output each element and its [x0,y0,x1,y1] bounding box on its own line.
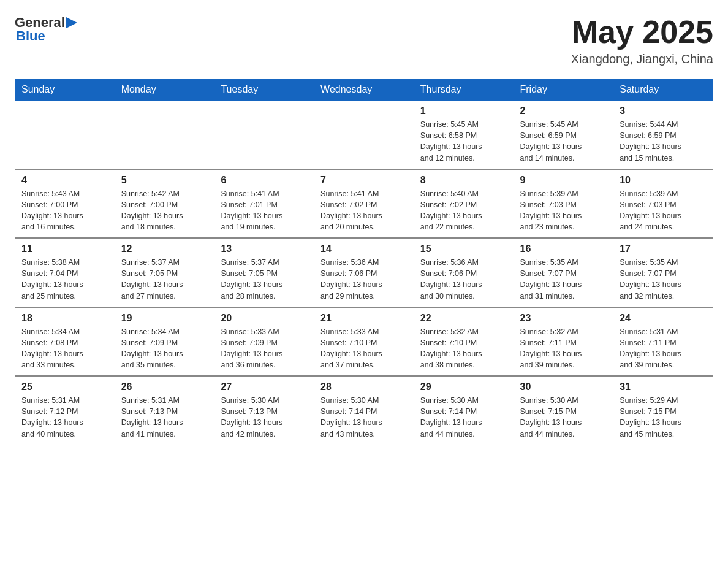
day-info: Sunrise: 5:40 AM Sunset: 7:02 PM Dayligh… [420,188,507,233]
day-info: Sunrise: 5:30 AM Sunset: 7:14 PM Dayligh… [320,395,408,440]
day-number: 30 [520,381,607,393]
calendar-cell: 9Sunrise: 5:39 AM Sunset: 7:03 PM Daylig… [514,169,613,239]
day-number: 2 [520,105,607,117]
day-number: 7 [320,175,408,186]
day-number: 23 [520,313,607,324]
calendar-cell: 24Sunrise: 5:31 AM Sunset: 7:11 PM Dayli… [613,307,713,377]
day-number: 27 [221,381,308,393]
day-of-week-header: Sunday [15,79,115,101]
day-info: Sunrise: 5:30 AM Sunset: 7:14 PM Dayligh… [420,395,507,440]
day-number: 8 [420,175,507,186]
day-number: 28 [320,381,408,393]
calendar-cell [15,101,115,169]
calendar-cell: 7Sunrise: 5:41 AM Sunset: 7:02 PM Daylig… [314,169,414,239]
day-of-week-header: Monday [115,79,214,101]
day-number: 12 [121,243,208,255]
calendar-cell: 6Sunrise: 5:41 AM Sunset: 7:01 PM Daylig… [214,169,314,239]
logo-blue: Blue [16,28,45,44]
day-number: 11 [21,243,108,255]
day-info: Sunrise: 5:32 AM Sunset: 7:11 PM Dayligh… [520,326,607,371]
day-of-week-header: Tuesday [214,79,314,101]
day-number: 20 [221,313,308,324]
calendar-header-row: SundayMondayTuesdayWednesdayThursdayFrid… [15,79,713,101]
day-info: Sunrise: 5:31 AM Sunset: 7:13 PM Dayligh… [121,395,208,440]
day-of-week-header: Friday [514,79,613,101]
calendar-cell: 12Sunrise: 5:37 AM Sunset: 7:05 PM Dayli… [115,238,214,307]
day-number: 13 [221,243,308,255]
day-of-week-header: Wednesday [314,79,414,101]
day-number: 1 [420,105,507,117]
day-info: Sunrise: 5:39 AM Sunset: 7:03 PM Dayligh… [620,188,707,233]
day-info: Sunrise: 5:45 AM Sunset: 6:58 PM Dayligh… [420,119,507,164]
day-number: 4 [21,175,108,186]
day-info: Sunrise: 5:43 AM Sunset: 7:00 PM Dayligh… [21,188,108,233]
day-info: Sunrise: 5:29 AM Sunset: 7:15 PM Dayligh… [620,395,707,440]
calendar-cell: 20Sunrise: 5:33 AM Sunset: 7:09 PM Dayli… [214,307,314,377]
day-number: 31 [620,381,707,393]
day-number: 29 [420,381,507,393]
calendar-cell: 19Sunrise: 5:34 AM Sunset: 7:09 PM Dayli… [115,307,214,377]
day-number: 14 [320,243,408,255]
day-info: Sunrise: 5:36 AM Sunset: 7:06 PM Dayligh… [420,257,507,302]
location: Xiangdong, Jiangxi, China [571,52,713,66]
day-number: 17 [620,243,707,255]
day-number: 21 [320,313,408,324]
month-title: May 2025 [571,15,713,50]
calendar-cell: 17Sunrise: 5:35 AM Sunset: 7:07 PM Dayli… [613,238,713,307]
calendar-week-row: 25Sunrise: 5:31 AM Sunset: 7:12 PM Dayli… [15,376,713,445]
day-number: 25 [21,381,108,393]
day-number: 6 [221,175,308,186]
day-number: 22 [420,313,507,324]
day-info: Sunrise: 5:37 AM Sunset: 7:05 PM Dayligh… [121,257,208,302]
day-info: Sunrise: 5:33 AM Sunset: 7:10 PM Dayligh… [320,326,408,371]
calendar-cell: 3Sunrise: 5:44 AM Sunset: 6:59 PM Daylig… [613,101,713,169]
day-number: 9 [520,175,607,186]
day-info: Sunrise: 5:35 AM Sunset: 7:07 PM Dayligh… [620,257,707,302]
calendar-cell: 26Sunrise: 5:31 AM Sunset: 7:13 PM Dayli… [115,376,214,445]
calendar-cell: 11Sunrise: 5:38 AM Sunset: 7:04 PM Dayli… [15,238,115,307]
day-info: Sunrise: 5:30 AM Sunset: 7:13 PM Dayligh… [221,395,308,440]
day-number: 3 [620,105,707,117]
logo-arrow-icon [66,17,77,28]
day-info: Sunrise: 5:34 AM Sunset: 7:08 PM Dayligh… [21,326,108,371]
day-info: Sunrise: 5:42 AM Sunset: 7:00 PM Dayligh… [121,188,208,233]
calendar-week-row: 11Sunrise: 5:38 AM Sunset: 7:04 PM Dayli… [15,238,713,307]
calendar-week-row: 18Sunrise: 5:34 AM Sunset: 7:08 PM Dayli… [15,307,713,377]
day-number: 5 [121,175,208,186]
calendar-cell: 27Sunrise: 5:30 AM Sunset: 7:13 PM Dayli… [214,376,314,445]
day-info: Sunrise: 5:33 AM Sunset: 7:09 PM Dayligh… [221,326,308,371]
day-number: 16 [520,243,607,255]
day-number: 15 [420,243,507,255]
page-header: General Blue May 2025 Xiangdong, Jiangxi… [15,15,713,66]
day-info: Sunrise: 5:38 AM Sunset: 7:04 PM Dayligh… [21,257,108,302]
day-info: Sunrise: 5:36 AM Sunset: 7:06 PM Dayligh… [320,257,408,302]
day-number: 26 [121,381,208,393]
calendar-cell: 18Sunrise: 5:34 AM Sunset: 7:08 PM Dayli… [15,307,115,377]
day-info: Sunrise: 5:44 AM Sunset: 6:59 PM Dayligh… [620,119,707,164]
calendar-cell: 13Sunrise: 5:37 AM Sunset: 7:05 PM Dayli… [214,238,314,307]
day-info: Sunrise: 5:39 AM Sunset: 7:03 PM Dayligh… [520,188,607,233]
day-info: Sunrise: 5:34 AM Sunset: 7:09 PM Dayligh… [121,326,208,371]
calendar-week-row: 1Sunrise: 5:45 AM Sunset: 6:58 PM Daylig… [15,101,713,169]
day-number: 19 [121,313,208,324]
calendar-cell: 1Sunrise: 5:45 AM Sunset: 6:58 PM Daylig… [414,101,514,169]
day-of-week-header: Thursday [414,79,514,101]
day-info: Sunrise: 5:37 AM Sunset: 7:05 PM Dayligh… [221,257,308,302]
calendar-week-row: 4Sunrise: 5:43 AM Sunset: 7:00 PM Daylig… [15,169,713,239]
calendar-cell: 14Sunrise: 5:36 AM Sunset: 7:06 PM Dayli… [314,238,414,307]
calendar-cell: 25Sunrise: 5:31 AM Sunset: 7:12 PM Dayli… [15,376,115,445]
calendar-cell: 23Sunrise: 5:32 AM Sunset: 7:11 PM Dayli… [514,307,613,377]
calendar-cell: 31Sunrise: 5:29 AM Sunset: 7:15 PM Dayli… [613,376,713,445]
day-number: 24 [620,313,707,324]
calendar-cell: 29Sunrise: 5:30 AM Sunset: 7:14 PM Dayli… [414,376,514,445]
day-info: Sunrise: 5:41 AM Sunset: 7:01 PM Dayligh… [221,188,308,233]
calendar-cell: 2Sunrise: 5:45 AM Sunset: 6:59 PM Daylig… [514,101,613,169]
day-number: 18 [21,313,108,324]
day-of-week-header: Saturday [613,79,713,101]
day-info: Sunrise: 5:31 AM Sunset: 7:12 PM Dayligh… [21,395,108,440]
calendar-table: SundayMondayTuesdayWednesdayThursdayFrid… [15,79,713,445]
calendar-cell: 10Sunrise: 5:39 AM Sunset: 7:03 PM Dayli… [613,169,713,239]
day-number: 10 [620,175,707,186]
calendar-cell: 30Sunrise: 5:30 AM Sunset: 7:15 PM Dayli… [514,376,613,445]
calendar-cell [115,101,214,169]
